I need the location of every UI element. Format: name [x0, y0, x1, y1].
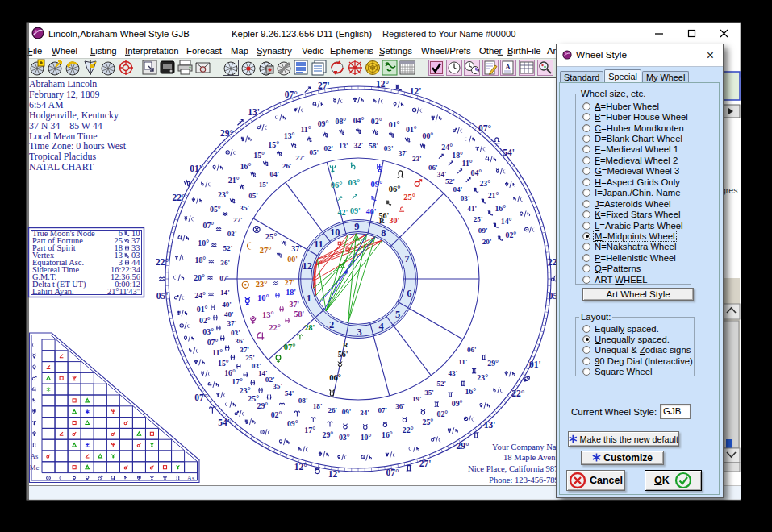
svg-text:43': 43' — [449, 369, 458, 377]
svg-text:25°: 25° — [265, 232, 278, 241]
svg-text:26': 26' — [328, 406, 337, 414]
svg-text:54': 54' — [218, 418, 230, 427]
svg-text:29°: 29° — [487, 359, 499, 368]
svg-text:11°: 11° — [301, 125, 311, 134]
svg-text:12°: 12° — [376, 79, 390, 89]
svg-text:27': 27' — [233, 216, 243, 224]
svg-text:03': 03' — [461, 194, 470, 202]
svg-text:9: 9 — [354, 221, 359, 232]
svg-text:20°: 20° — [194, 273, 205, 282]
svg-text:20': 20' — [482, 238, 492, 246]
svg-text:R: R — [379, 217, 385, 225]
svg-text:30': 30' — [390, 216, 400, 225]
svg-text:26': 26' — [282, 162, 292, 170]
svg-text:21°: 21° — [228, 176, 240, 185]
svg-text:16°: 16° — [494, 204, 506, 213]
svg-text:18': 18' — [313, 402, 323, 410]
svg-text:29°: 29° — [220, 128, 234, 138]
svg-text:24°: 24° — [441, 143, 453, 152]
svg-text:As: As — [187, 474, 194, 482]
svg-text:16°: 16° — [382, 430, 393, 439]
svg-text:10°: 10° — [198, 239, 209, 247]
svg-text:25': 25' — [474, 215, 483, 223]
svg-text:14°: 14° — [501, 217, 512, 226]
svg-text:27°: 27° — [260, 246, 272, 255]
svg-text:23°: 23° — [256, 280, 268, 289]
svg-text:15°: 15° — [253, 151, 265, 160]
svg-text:07°: 07° — [207, 338, 219, 347]
svg-text:18°: 18° — [195, 256, 207, 264]
svg-text:03°: 03° — [339, 433, 350, 442]
svg-text:23': 23' — [412, 155, 422, 163]
svg-text:13°: 13° — [284, 131, 295, 140]
svg-text:35': 35' — [424, 389, 434, 397]
svg-text:07°: 07° — [386, 468, 400, 477]
svg-text:11: 11 — [314, 239, 323, 250]
svg-text:03': 03' — [231, 329, 240, 337]
svg-text:13°: 13° — [262, 310, 274, 319]
svg-text:File: File — [27, 46, 42, 56]
svg-text:37': 37' — [291, 244, 302, 253]
svg-text:Time Zone: 0 hours West: Time Zone: 0 hours West — [29, 140, 127, 152]
svg-text:01°: 01° — [197, 305, 208, 314]
svg-text:4: 4 — [379, 321, 385, 332]
svg-text:35': 35' — [240, 204, 249, 212]
svg-text:21°11'43": 21°11'43" — [107, 287, 140, 296]
svg-text:19': 19' — [412, 395, 422, 403]
svg-text:35': 35' — [273, 382, 282, 390]
svg-text:28': 28' — [305, 323, 315, 332]
svg-text:gres: gres — [721, 185, 737, 195]
svg-text:Ephemeris: Ephemeris — [330, 46, 373, 56]
svg-text:2: 2 — [329, 319, 334, 330]
svg-text:NATAL CHART: NATAL CHART — [29, 161, 94, 172]
svg-text:Local Mean Time: Local Mean Time — [29, 131, 98, 142]
svg-text:A: A — [505, 63, 511, 71]
svg-text:11°: 11° — [212, 348, 223, 357]
svg-text:6:54 AM: 6:54 AM — [29, 99, 64, 110]
svg-text:01': 01' — [190, 164, 202, 173]
svg-text:17°: 17° — [304, 426, 315, 434]
svg-text:Nice Place, California 98765: Nice Place, California 98765 — [468, 464, 567, 473]
svg-text:03': 03' — [227, 230, 237, 238]
svg-text:40': 40' — [222, 301, 232, 309]
svg-text:Vedic: Vedic — [302, 46, 324, 56]
svg-text:23°: 23° — [218, 190, 229, 199]
svg-text:1: 1 — [307, 293, 311, 304]
svg-text:54': 54' — [285, 389, 294, 397]
svg-text:Wheel/Prefs: Wheel/Prefs — [421, 46, 471, 56]
svg-text:BirthFile: BirthFile — [507, 46, 540, 56]
svg-text:R: R — [343, 341, 348, 349]
svg-text:01': 01' — [529, 360, 541, 369]
svg-text:25': 25' — [245, 354, 255, 362]
svg-text:00°: 00° — [423, 131, 434, 140]
svg-text:34': 34' — [360, 409, 369, 417]
svg-text:02°: 02° — [371, 117, 382, 126]
svg-text:37': 37' — [399, 149, 408, 157]
svg-text:Hodgenville, Kentucky: Hodgenville, Kentucky — [29, 110, 119, 121]
svg-text:32': 32' — [354, 141, 364, 149]
svg-text:05': 05' — [156, 291, 169, 301]
svg-text:37 N 34 85 W 44: 37 N 34 85 W 44 — [29, 120, 102, 131]
svg-text:24°: 24° — [194, 291, 206, 300]
svg-text:21°: 21° — [488, 191, 499, 200]
svg-text:40': 40' — [224, 310, 234, 318]
svg-text:11°: 11° — [462, 159, 473, 168]
svg-text:05°: 05° — [210, 205, 221, 214]
svg-text:Other: Other — [479, 46, 502, 56]
svg-text:37': 37' — [227, 319, 237, 327]
svg-text:09': 09' — [342, 408, 352, 416]
svg-text:03°: 03° — [202, 327, 214, 336]
svg-text:52': 52' — [223, 244, 233, 252]
svg-text:02°: 02° — [199, 316, 211, 325]
svg-text:11': 11' — [458, 358, 467, 366]
svg-text:Map: Map — [231, 46, 248, 56]
svg-text:16°: 16° — [240, 162, 252, 171]
svg-text:02°: 02° — [437, 409, 449, 418]
svg-text:07°: 07° — [194, 393, 208, 402]
svg-text:01°: 01° — [406, 125, 417, 134]
svg-text:13': 13' — [484, 420, 496, 430]
svg-text:56': 56' — [338, 350, 348, 359]
svg-text:18': 18' — [286, 288, 296, 297]
svg-text:27': 27' — [295, 154, 305, 162]
svg-text:As: As — [31, 452, 38, 460]
